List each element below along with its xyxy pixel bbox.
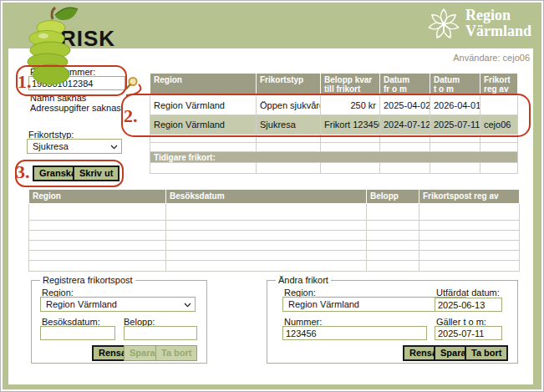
address-missing-text: Adressupgifter saknas	[30, 103, 121, 113]
empty-row	[29, 241, 520, 251]
frikortstyp-selected-value: Sjukresa	[33, 141, 69, 151]
register-region-select[interactable]: Region Värmland	[40, 297, 196, 312]
cell-belopp: Frikort 123456	[321, 115, 380, 135]
chevron-down-icon	[110, 145, 118, 150]
col-frikortspost-reg-av: Frikortspost reg av	[419, 190, 520, 204]
skriv-ut-button[interactable]: Skriv ut	[73, 165, 119, 181]
tidigare-frikort-label: Tidigare frikort:	[150, 152, 518, 163]
empty-row	[29, 251, 520, 261]
cell-datum-from: 2024-07-12	[380, 115, 430, 135]
empty-row	[150, 163, 518, 174]
cell-reg-av	[480, 96, 518, 115]
empty-row	[150, 135, 518, 143]
col-belopp: Belopp	[367, 190, 419, 204]
register-region-value: Region Värmland	[46, 299, 117, 309]
utfardat-datum-input[interactable]	[435, 298, 502, 312]
search-icon[interactable]	[125, 76, 139, 90]
org-name: Region Värmland	[465, 8, 531, 39]
empty-row	[29, 204, 520, 221]
col-frikort-reg-av: Frikort reg av	[480, 74, 518, 96]
tidigare-frikort-band: Tidigare frikort:	[150, 152, 518, 163]
empty-row	[29, 221, 520, 231]
name-missing-text: Namn saknas	[30, 93, 86, 103]
empty-row	[29, 231, 520, 241]
col-region: Region	[29, 190, 166, 204]
cell-reg-av: cejo06	[480, 115, 518, 135]
register-ta-bort-button[interactable]: Ta bort	[155, 345, 197, 361]
col-datum-tom: Datum t o m	[430, 74, 480, 96]
frikortspost-table: Region Besöksdatum Belopp Frikortspost r…	[28, 189, 520, 272]
col-frikortstyp: Frikortstyp	[257, 74, 321, 96]
besoksdatum-input[interactable]	[40, 326, 115, 340]
logged-in-user: Användare: cejo06	[335, 53, 530, 63]
empty-row	[29, 261, 520, 272]
andra-legend: Ändra frikort	[276, 275, 331, 285]
cell-datum-from: 2025-04-02	[380, 96, 430, 115]
chevron-down-icon	[184, 303, 191, 308]
col-datum-from: Datum fr o m	[380, 74, 430, 96]
frisk-app-window: FRISK Region Värmland Användare: cejo06 …	[0, 0, 544, 392]
galler-tom-input[interactable]	[435, 326, 502, 340]
cell-datum-tom: 2026-04-01	[430, 96, 480, 115]
frisk-apple-logo-icon	[18, 4, 89, 88]
frikort-table: Region Frikortstyp Belopp kvar till frik…	[150, 73, 518, 174]
frikort-table-header-row: Region Frikortstyp Belopp kvar till frik…	[150, 74, 518, 96]
cell-region: Region Värmland	[150, 115, 257, 135]
cell-datum-tom: 2025-07-11	[430, 115, 480, 135]
col-besoksdatum: Besöksdatum	[166, 190, 367, 204]
org-name-line1: Region	[465, 8, 531, 23]
frikortstyp-select[interactable]: Sjukresa	[27, 139, 122, 154]
col-belopp-kvar: Belopp kvar till frikort	[321, 74, 380, 96]
registrera-legend: Registrera frikortspost	[40, 275, 135, 285]
utfardat-datum-label: Utfärdat datum:	[436, 288, 500, 298]
region-varmland-flower-icon	[425, 6, 463, 43]
cell-frikortstyp: Sjukresa	[257, 115, 321, 135]
col-region: Region	[150, 74, 257, 96]
andra-frikort-fieldset: Ändra frikort Region: Region Värmland Ut…	[267, 280, 518, 364]
change-ta-bort-button[interactable]: Ta bort	[465, 345, 508, 361]
frikort-row-1[interactable]: Region Värmland Öppen sjukvård 250 kr 20…	[150, 96, 518, 115]
empty-row	[150, 143, 518, 152]
registrera-frikortspost-fieldset: Registrera frikortspost Region: Region V…	[31, 280, 207, 364]
belopp-input[interactable]	[124, 326, 197, 340]
frikort-row-2-selected[interactable]: Region Värmland Sjukresa Frikort 123456 …	[150, 115, 518, 135]
change-region-value: Region Värmland	[288, 299, 359, 309]
org-name-line2: Värmland	[465, 23, 531, 39]
cell-belopp: 250 kr	[321, 96, 380, 115]
frikortspost-header-row: Region Besöksdatum Belopp Frikortspost r…	[29, 190, 520, 204]
cell-frikortstyp: Öppen sjukvård	[257, 96, 321, 115]
cell-region: Region Värmland	[150, 96, 257, 115]
nummer-input[interactable]	[282, 326, 427, 340]
